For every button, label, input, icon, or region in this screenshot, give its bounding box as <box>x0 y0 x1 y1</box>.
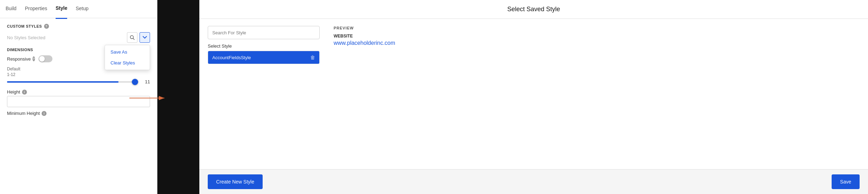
modal-panel: Select Saved Style Select Style AccountF… <box>199 0 868 194</box>
style-list: AccountFieldsStyle 🗑 <box>208 51 320 64</box>
tab-bar: Build Properties Style Setup <box>0 0 157 18</box>
width-slider-track[interactable] <box>7 81 138 83</box>
styles-row: No Styles Selected Save As Clear Styles <box>7 32 150 43</box>
search-button[interactable] <box>127 32 137 43</box>
tab-properties[interactable]: Properties <box>25 0 47 19</box>
trash-icon[interactable]: 🗑 <box>310 55 315 60</box>
slider-thumb <box>132 79 138 85</box>
height-help-icon[interactable]: i <box>22 90 27 95</box>
styles-dropdown-menu: Save As Clear Styles <box>105 45 150 70</box>
svg-line-1 <box>133 39 135 40</box>
height-field-row: Height i <box>7 89 150 107</box>
tab-style[interactable]: Style <box>56 0 67 19</box>
style-item-name: AccountFieldsStyle <box>212 55 251 60</box>
responsive-toggle[interactable] <box>38 55 52 62</box>
custom-styles-help-icon[interactable]: ? <box>44 24 49 29</box>
search-icon <box>130 35 135 40</box>
preview-column: PREVIEW WEBSITE www.placeholderinc.com <box>330 26 860 162</box>
default-range: 1-12 <box>7 72 150 77</box>
responsive-label: Responsive ? <box>7 56 35 62</box>
min-height-label: Minimum Height i <box>7 111 150 116</box>
style-select-column: Select Style AccountFieldsStyle 🗑 <box>208 26 320 162</box>
tab-setup[interactable]: Setup <box>76 0 88 19</box>
save-button[interactable]: Save <box>832 174 860 189</box>
chevron-down-icon <box>143 36 147 39</box>
modal-header: Select Saved Style <box>199 0 868 19</box>
no-styles-text: No Styles Selected <box>7 35 125 40</box>
slider-value: 11 <box>142 79 150 84</box>
clear-styles-item[interactable]: Clear Styles <box>105 57 150 68</box>
style-item-accountfieldsstyle[interactable]: AccountFieldsStyle 🗑 <box>208 51 319 64</box>
tab-build[interactable]: Build <box>6 0 16 19</box>
style-search-input[interactable] <box>208 26 320 39</box>
create-new-style-button[interactable]: Create New Style <box>208 174 263 189</box>
preview-label: PREVIEW <box>334 26 860 30</box>
toggle-knob <box>39 56 45 62</box>
modal-title: Select Saved Style <box>507 6 560 13</box>
preview-website-url: www.placeholderinc.com <box>334 40 860 46</box>
save-as-item[interactable]: Save As <box>105 47 150 57</box>
modal-body: Select Style AccountFieldsStyle 🗑 PREVIE… <box>199 19 868 169</box>
preview-website-label: WEBSITE <box>334 34 860 39</box>
min-height-field-row: Minimum Height i <box>7 111 150 116</box>
arrow-connector <box>129 91 171 105</box>
slider-row: 11 <box>7 79 150 84</box>
center-divider-panel <box>157 0 199 194</box>
select-style-label: Select Style <box>208 43 320 49</box>
slider-fill <box>7 81 119 83</box>
left-content: CUSTOM STYLES ? No Styles Selected Save … <box>0 18 157 194</box>
custom-styles-section-label: CUSTOM STYLES ? <box>7 24 150 29</box>
min-height-help-icon[interactable]: i <box>42 111 47 116</box>
modal-footer: Create New Style Save <box>199 169 868 194</box>
responsive-help-icon[interactable]: ? <box>33 56 35 61</box>
height-input[interactable] <box>7 96 150 107</box>
dropdown-toggle-button[interactable] <box>140 32 150 43</box>
height-label: Height i <box>7 89 150 95</box>
